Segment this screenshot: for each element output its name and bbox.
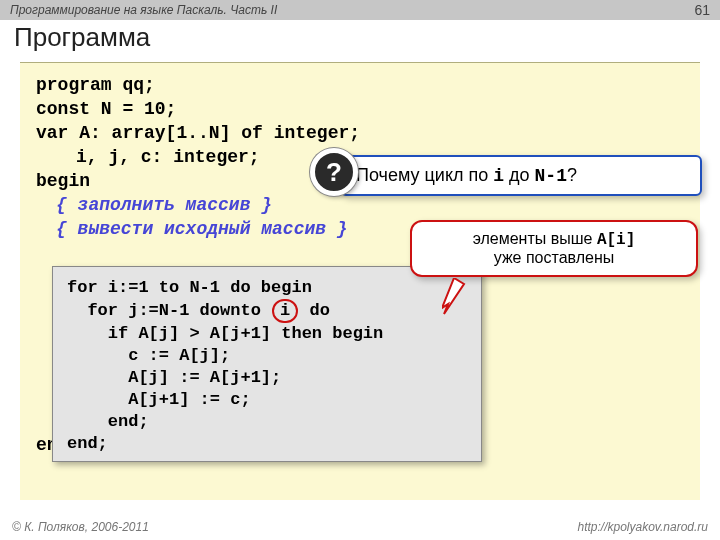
callout-text: до (504, 165, 535, 185)
footer: © К. Поляков, 2006-2011 http://kpolyakov… (0, 514, 720, 540)
algorithm-box: for i:=1 to N-1 do begin for j:=N-1 down… (52, 266, 482, 462)
question-mark-icon: ? (310, 148, 358, 196)
code-line: var A: array[1..N] of integer; (36, 121, 684, 145)
speech-bubble: элементы выше A[i] уже поставлены (410, 220, 698, 277)
page-number: 61 (694, 0, 710, 20)
algo-line: end; (67, 412, 149, 431)
algo-line: for i:=1 to N-1 do begin (67, 278, 312, 297)
callout-text: ? (567, 165, 577, 185)
topbar: Программирование на языке Паскаль. Часть… (0, 0, 720, 20)
algo-line: do (299, 301, 330, 320)
bubble-text: элементы выше (473, 230, 597, 247)
code-line: const N = 10; (36, 97, 684, 121)
code-line: program qq; (36, 73, 684, 97)
question-callout: Почему цикл по i до N-1? (340, 155, 702, 196)
footer-left: © К. Поляков, 2006-2011 (12, 520, 149, 534)
code-comment: { заполнить массив } (56, 193, 684, 217)
topbar-left: Программирование на языке Паскаль. Часть… (10, 3, 277, 17)
algo-line: A[j] := A[j+1]; (67, 368, 281, 387)
circled-i: i (272, 299, 298, 323)
algo-line: c := A[j]; (67, 346, 230, 365)
bubble-mono: A[i] (597, 231, 635, 249)
page-title: Программа (14, 22, 150, 53)
bubble-text: уже поставлены (494, 249, 615, 266)
callout-mono: i (493, 166, 504, 186)
callout-text: Почему цикл по (356, 165, 493, 185)
algo-line: A[j+1] := c; (67, 390, 251, 409)
footer-right: http://kpolyakov.narod.ru (577, 514, 708, 540)
algo-line: for j:=N-1 downto (67, 301, 271, 320)
algo-line: if A[j] > A[j+1] then begin (67, 324, 383, 343)
algo-line: end; (67, 434, 108, 453)
slide: Программирование на языке Паскаль. Часть… (0, 0, 720, 540)
callout-mono: N-1 (535, 166, 567, 186)
